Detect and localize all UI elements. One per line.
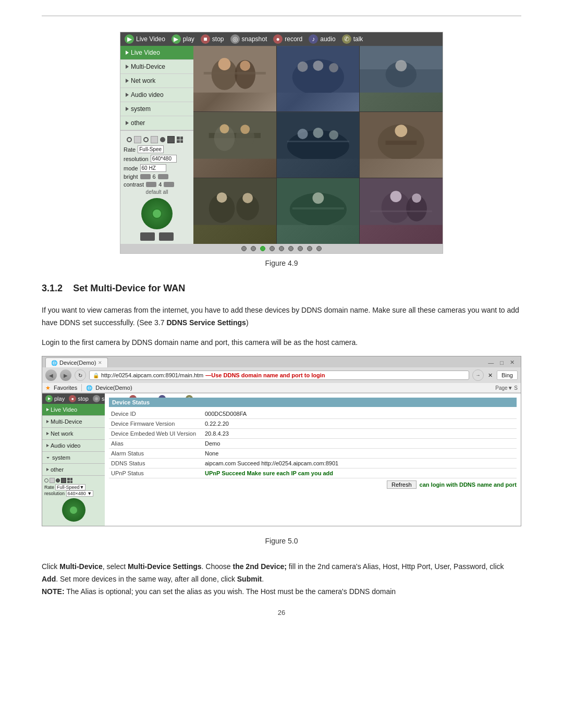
search-bar[interactable]: Bing xyxy=(497,371,518,380)
resolution-select[interactable]: 640*480 xyxy=(151,155,177,163)
ir-btn1[interactable] xyxy=(140,232,155,241)
snapshot-btn[interactable]: ◎ snapshot xyxy=(230,34,267,44)
audio-btn[interactable]: ♪ audio xyxy=(309,34,335,44)
stop-btn[interactable]: ■ stop xyxy=(201,34,224,44)
inner-sidebar-system[interactable]: system xyxy=(42,452,105,464)
nav-dot[interactable] xyxy=(288,246,293,251)
nav-dot[interactable] xyxy=(279,246,284,251)
view-box3-active xyxy=(167,136,175,143)
resolution-control-row: resolution 640*480 xyxy=(124,155,190,163)
sidebar-network[interactable]: Net work xyxy=(120,74,193,88)
svg-point-4 xyxy=(240,60,250,71)
bright-minus[interactable] xyxy=(140,174,151,179)
inner-resolution-row: resolution 640×480 ▼ xyxy=(44,491,103,496)
play-btn[interactable]: ▶ play xyxy=(172,34,194,44)
browser-tab[interactable]: 🌐 Device(Demo) ✕ xyxy=(45,357,108,367)
page-tools[interactable]: Page▼ S xyxy=(495,385,518,391)
sidebar-other[interactable]: other xyxy=(120,116,193,130)
nav-dot[interactable] xyxy=(316,246,322,251)
refresh-button[interactable]: Refresh xyxy=(387,480,417,489)
inner-joystick[interactable] xyxy=(62,498,85,522)
nav-dot[interactable] xyxy=(307,246,312,251)
svg-point-24 xyxy=(313,128,323,138)
video-cell-2 xyxy=(277,46,360,112)
radio2-filled[interactable] xyxy=(56,478,60,483)
add-bold: Add xyxy=(42,575,56,583)
nav-dot[interactable] xyxy=(241,246,247,251)
section-title: Set Multi-Device for WAN xyxy=(73,283,185,293)
camera-ui-fig49: ▶ Live Video ▶ play ■ stop ◎ snapshot ● xyxy=(120,32,443,254)
talk-btn[interactable]: ✆ talk xyxy=(342,34,363,44)
inner-play-btn[interactable]: ▶ play xyxy=(45,395,65,402)
radio3[interactable] xyxy=(160,137,165,142)
rate-select[interactable]: Full-Spee xyxy=(138,145,164,153)
url-bar[interactable]: 🔒 http://e0254.aipcam.com:8901/main.htm … xyxy=(89,371,469,380)
svg-point-23 xyxy=(297,129,308,139)
forward-btn[interactable]: ▶ xyxy=(60,369,71,381)
browser-close-btn[interactable]: ✕ xyxy=(507,358,518,367)
ddns-label: DDNS Status xyxy=(109,460,203,467)
sidebar-multi-device[interactable]: Multi-Device xyxy=(120,60,193,74)
sidebar-audio-video[interactable]: Audio video xyxy=(120,88,193,102)
svg-rect-31 xyxy=(193,178,276,225)
record-btn[interactable]: ● record xyxy=(273,34,302,44)
grid-icon xyxy=(67,478,72,483)
contrast-plus[interactable] xyxy=(164,182,174,187)
svg-point-25 xyxy=(329,130,338,140)
sidebar-system[interactable]: system xyxy=(120,102,193,116)
refresh-note: can login with DDNS name and port xyxy=(420,482,517,488)
arrow-icon xyxy=(46,432,49,435)
browser-min-btn[interactable]: — xyxy=(485,359,497,367)
arrow-icon xyxy=(126,107,129,111)
go-btn[interactable]: → xyxy=(472,369,484,381)
tab-close[interactable]: ✕ xyxy=(98,360,102,365)
svg-point-14 xyxy=(396,60,407,71)
device-status-title: Device Status xyxy=(109,398,517,407)
arrow-icon xyxy=(126,79,129,83)
inner-rate-row: Rate Full-Speed▼ xyxy=(44,484,103,490)
nav-dot[interactable] xyxy=(270,246,275,251)
status-row-device-id: Device ID 000DC5D008FA xyxy=(109,409,517,419)
inner-sidebar-audio-video[interactable]: Audio video xyxy=(42,440,105,452)
joystick[interactable] xyxy=(141,198,173,229)
sidebar-live-video[interactable]: Live Video xyxy=(120,46,193,60)
device-id-value: 000DC5D008FA xyxy=(203,410,249,417)
inner-sidebar-live[interactable]: Live Video xyxy=(42,404,105,416)
inner-sidebar-multi[interactable]: Multi-Device xyxy=(42,416,105,428)
mode-select[interactable]: 60 HZ xyxy=(140,164,166,172)
upnp-label: UPnP Status xyxy=(109,470,203,477)
ddns-service-settings-bold: DDNS Service Settings xyxy=(166,318,246,327)
close-icon[interactable]: ✕ xyxy=(487,372,494,379)
device-id-label: Device ID xyxy=(109,410,203,417)
nav-dot-active[interactable] xyxy=(260,246,265,251)
arrow-icon xyxy=(126,51,129,55)
section-heading: 3.1.2 Set Multi-Device for WAN xyxy=(42,283,521,294)
radio1[interactable] xyxy=(44,478,48,483)
inner-play-icon: ▶ xyxy=(45,395,53,402)
inner-sidebar-other[interactable]: other xyxy=(42,464,105,476)
bright-plus[interactable] xyxy=(158,174,168,179)
back-btn[interactable]: ◀ xyxy=(45,369,57,381)
refresh-row: Refresh can login with DDNS name and por… xyxy=(109,480,517,489)
contrast-minus[interactable] xyxy=(146,182,156,187)
inner-stop-btn[interactable]: ■ stop xyxy=(69,395,89,402)
radio1[interactable] xyxy=(127,137,132,142)
radio2[interactable] xyxy=(143,137,149,142)
ir-btn2[interactable] xyxy=(159,232,174,241)
inner-res-select[interactable]: 640×480 ▼ xyxy=(66,490,94,497)
browser-max-btn[interactable]: □ xyxy=(497,359,507,367)
nav-dot[interactable] xyxy=(298,246,303,251)
live-video-btn[interactable]: ▶ Live Video xyxy=(125,34,165,44)
refresh-browser-btn[interactable]: ↻ xyxy=(75,369,86,381)
inner-rate-select[interactable]: Full-Speed▼ xyxy=(55,484,85,490)
svg-point-43 xyxy=(390,191,402,202)
svg-rect-5 xyxy=(204,72,266,75)
page-container: ▶ Live Video ▶ play ■ stop ◎ snapshot ● xyxy=(0,0,563,637)
cam-controls: Rate Full-Spee resolution 640*480 mode 6… xyxy=(120,130,193,244)
svg-point-20 xyxy=(240,125,250,134)
nav-dot[interactable] xyxy=(251,246,256,251)
inner-sidebar-network[interactable]: Net work xyxy=(42,428,105,440)
scene5-svg xyxy=(277,112,360,159)
down-arrow-icon xyxy=(46,457,50,459)
scene3-svg xyxy=(360,46,443,93)
